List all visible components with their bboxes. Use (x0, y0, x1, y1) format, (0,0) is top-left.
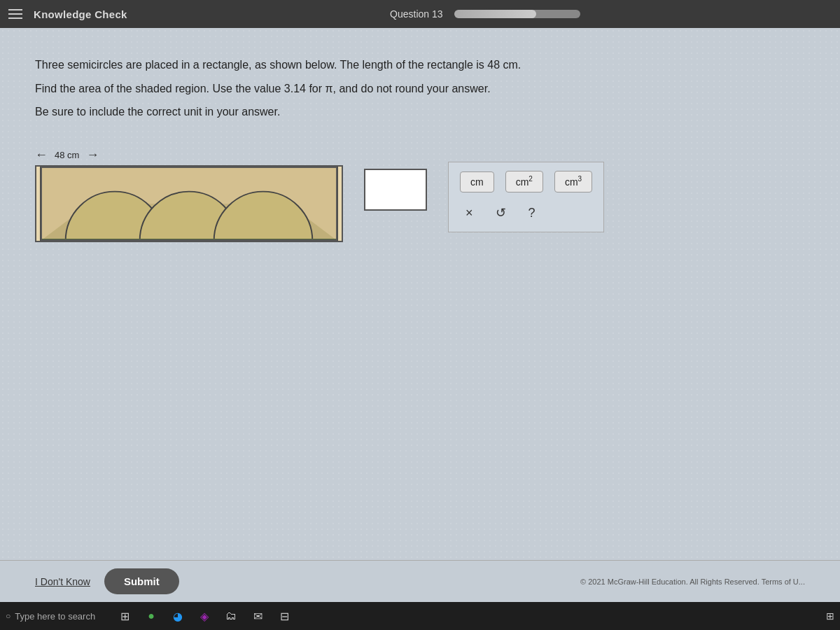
main-content: Three semicircles are placed in a rectan… (0, 28, 840, 560)
dimension-text: 48 cm (49, 150, 85, 160)
progress-bar (454, 10, 580, 18)
question-text: Three semicircles are placed in a rectan… (35, 56, 805, 127)
cm3-label: cm3 (565, 176, 582, 188)
dimension-arrow: ← 48 cm → (35, 148, 343, 162)
action-buttons-row: × ↺ ? (460, 202, 592, 223)
unit-buttons-row: cm cm2 cm3 (460, 171, 592, 193)
diagram-area: ← 48 cm → (35, 148, 805, 242)
taskbar-search-area[interactable]: ○ Type here to search (6, 611, 95, 622)
cm3-button[interactable]: cm3 (554, 171, 592, 193)
cm2-button[interactable]: cm2 (505, 171, 543, 193)
taskbar-file-icon[interactable]: ⊞ (115, 606, 134, 626)
hamburger-menu-icon[interactable] (8, 9, 22, 19)
help-action-button[interactable]: ? (523, 203, 541, 223)
question-number-label: Question 13 (390, 8, 443, 20)
taskbar-right: ⊞ (826, 610, 834, 622)
right-arrow-icon: → (86, 148, 99, 162)
taskbar-mail-icon[interactable]: ✉ (248, 606, 267, 626)
search-icon: ○ (6, 611, 10, 621)
cm-button[interactable]: cm (460, 172, 494, 192)
app-title: Knowledge Check (34, 8, 127, 20)
taskbar-folder-icon[interactable]: 🗂 (221, 606, 241, 626)
search-label: Type here to search (15, 611, 95, 622)
diagram-svg (36, 167, 342, 241)
diagram-wrapper: ← 48 cm → (35, 148, 343, 242)
taskbar-chrome2-icon[interactable]: ◕ (168, 606, 188, 626)
bottom-bar: I Don't Know Submit © 2021 McGraw-Hill E… (0, 560, 840, 602)
close-action-button[interactable]: × (460, 203, 479, 223)
taskbar-misc-icon[interactable]: ⊟ (274, 606, 294, 626)
title-bar: Knowledge Check Question 13 (0, 0, 840, 28)
answer-section (364, 169, 427, 211)
taskbar-icons: ⊞ ● ◕ ◈ 🗂 ✉ ⊟ (115, 606, 294, 626)
question-line2: Find the area of the shaded region. Use … (35, 80, 805, 98)
taskbar: ○ Type here to search ⊞ ● ◕ ◈ 🗂 ✉ ⊟ ⊞ (0, 602, 840, 630)
taskbar-sys-icon: ⊞ (826, 610, 834, 622)
answer-input-box[interactable] (364, 169, 427, 211)
cm2-label: cm2 (516, 176, 533, 188)
dont-know-button[interactable]: I Don't Know (35, 576, 90, 587)
app-window: Knowledge Check Question 13 Three semici… (0, 0, 840, 630)
unit-panel: cm cm2 cm3 × ↺ ? (448, 162, 604, 233)
taskbar-app1-icon[interactable]: ◈ (195, 606, 214, 626)
question-line1: Three semicircles are placed in a rectan… (35, 56, 805, 74)
taskbar-chrome1-icon[interactable]: ● (141, 606, 161, 626)
progress-bar-fill (454, 10, 536, 18)
copyright-text: © 2021 McGraw-Hill Education. All Rights… (580, 578, 805, 586)
semicircle-diagram (35, 165, 343, 242)
undo-action-button[interactable]: ↺ (490, 202, 512, 223)
left-arrow-icon: ← (35, 148, 48, 162)
question-line3: Be sure to include the correct unit in y… (35, 103, 805, 121)
answer-input[interactable] (371, 176, 420, 204)
submit-button[interactable]: Submit (104, 568, 179, 594)
title-bar-center: Question 13 (139, 8, 832, 20)
